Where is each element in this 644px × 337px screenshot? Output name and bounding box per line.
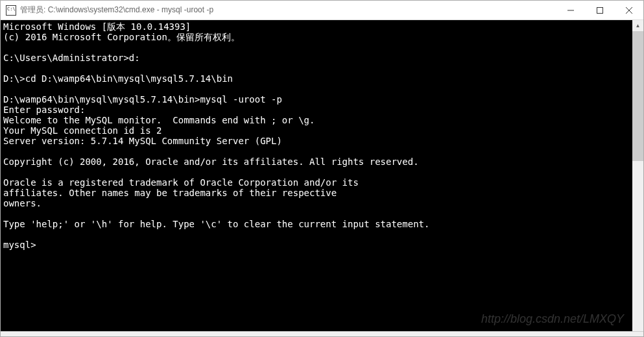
terminal-line: Oracle is a registered trademark of Orac…	[3, 177, 630, 188]
close-button[interactable]	[614, 1, 643, 19]
terminal-line: Welcome to the MySQL monitor. Commands e…	[3, 115, 630, 125]
terminal-line	[3, 63, 630, 73]
cmd-window: 管理员: C:\windows\system32\cmd.exe - mysql…	[0, 0, 644, 337]
terminal-line	[3, 167, 630, 177]
statusbar	[1, 331, 643, 336]
terminal-line: Type 'help;' or '\h' for help. Type '\c'…	[3, 219, 630, 229]
terminal-line: Microsoft Windows [版本 10.0.14393]	[3, 21, 630, 32]
terminal-line: Your MySQL connection id is 2	[3, 125, 630, 136]
terminal-line: D:\wamp64\bin\mysql\mysql5.7.14\bin>mysq…	[3, 94, 630, 105]
cmd-icon	[6, 5, 16, 16]
terminal-line	[3, 146, 630, 156]
terminal-line: D:\>cd D:\wamp64\bin\mysql\mysql5.7.14\b…	[3, 73, 630, 84]
maximize-icon	[597, 7, 603, 14]
terminal-line	[3, 42, 630, 53]
scroll-thumb[interactable]	[632, 31, 643, 161]
terminal-line: Copyright (c) 2000, 2016, Oracle and/or …	[3, 156, 630, 167]
terminal-line: owners.	[3, 198, 630, 208]
terminal-output[interactable]: Microsoft Windows [版本 10.0.14393](c) 201…	[1, 20, 632, 331]
terminal-line: mysql>	[3, 240, 630, 250]
window-controls	[556, 1, 643, 19]
titlebar-text: 管理员: C:\windows\system32\cmd.exe - mysql…	[20, 5, 556, 16]
terminal-line: Enter password:	[3, 105, 630, 115]
terminal-line: C:\Users\Administrator>d:	[3, 53, 630, 63]
titlebar[interactable]: 管理员: C:\windows\system32\cmd.exe - mysql…	[1, 1, 643, 20]
scroll-up-arrow[interactable]: ▲	[632, 20, 643, 31]
close-icon	[626, 7, 632, 14]
terminal-line: Server version: 5.7.14 MySQL Community S…	[3, 136, 630, 146]
minimize-button[interactable]	[556, 1, 585, 19]
minimize-icon	[567, 7, 574, 14]
maximize-button[interactable]	[585, 1, 614, 19]
terminal-line	[3, 208, 630, 219]
svg-rect-1	[597, 7, 602, 13]
terminal-line	[3, 229, 630, 240]
terminal-area: Microsoft Windows [版本 10.0.14393](c) 201…	[1, 20, 643, 331]
terminal-line: affiliates. Other names may be trademark…	[3, 188, 630, 198]
scrollbar[interactable]: ▲	[632, 20, 643, 331]
terminal-line	[3, 84, 630, 94]
terminal-line: (c) 2016 Microsoft Corporation。保留所有权利。	[3, 32, 630, 42]
